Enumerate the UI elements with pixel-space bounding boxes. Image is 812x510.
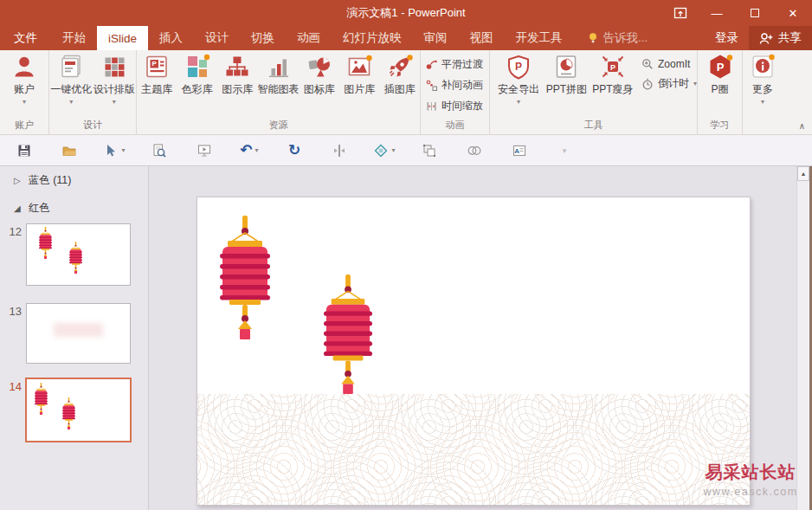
slide-thumbnail-12[interactable] [26, 223, 131, 286]
pointer-hand-icon [103, 143, 119, 158]
zoomit-button[interactable]: ZoomIt [641, 58, 697, 70]
tab-animations[interactable]: 动画 [286, 26, 332, 50]
slide-canvas[interactable] [197, 197, 751, 506]
p-hexagon-icon: P [706, 53, 734, 81]
title-bar: 演示文稿1 - PowerPoint — ✕ [0, 0, 812, 26]
icon-library-icon [306, 53, 333, 81]
vertical-scrollbar[interactable]: ▲ [796, 166, 809, 510]
time-scale-button[interactable]: 时间缩放 [426, 99, 489, 113]
share-person-icon [759, 32, 773, 45]
design-layout-button[interactable]: 设计排版 ▾ [93, 53, 135, 106]
print-preview-icon [151, 143, 167, 158]
tab-file[interactable]: 文件 [0, 26, 51, 50]
maximize-icon [751, 9, 759, 17]
shapes-icon [373, 143, 389, 158]
ribbon-group-learning: P P圈 学习 [698, 50, 743, 134]
slide-thumbnail-13[interactable] [26, 303, 131, 364]
align-center-icon [332, 143, 347, 158]
ribbon: 账户 ▾ 账户 一键优化 ▾ [0, 50, 812, 134]
color-library-button[interactable]: 色彩库 [177, 53, 218, 97]
scroll-up-button[interactable]: ▲ [797, 166, 809, 181]
theme-library-button[interactable]: P 主题库 [137, 53, 177, 97]
login-button[interactable]: 登录 [705, 26, 749, 50]
group-label-account: 账户 [0, 119, 48, 132]
merge-shapes-button[interactable] [452, 143, 497, 158]
tween-animation-button[interactable]: 补间动画 [426, 78, 489, 93]
illustration-library-button[interactable]: 插图库 [380, 53, 421, 97]
ribbon-display-options-button[interactable] [663, 0, 698, 26]
dropdown-caret-icon: ▾ [121, 147, 125, 154]
section-red[interactable]: ◢ 红色 [14, 201, 50, 216]
diagram-library-button[interactable]: 图示库 [217, 53, 258, 97]
save-button[interactable] [2, 143, 47, 158]
account-button[interactable]: 账户 ▾ [3, 53, 45, 106]
layout-grid-icon [100, 53, 128, 81]
maximize-button[interactable] [736, 0, 774, 26]
ppt-slim-icon: P [599, 53, 627, 81]
optimize-document-icon [57, 53, 85, 81]
countdown-clock-icon [641, 78, 654, 90]
start-slideshow-button[interactable] [182, 143, 227, 158]
picture-library-button[interactable]: 图片库 [339, 53, 380, 97]
dropdown-caret-icon: ▾ [23, 99, 26, 106]
section-blue-label: 蓝色 (11) [29, 173, 72, 188]
tab-slideshow[interactable]: 幻灯片放映 [332, 26, 413, 50]
minimize-button[interactable]: — [698, 0, 736, 26]
undo-button[interactable]: ↶ ▾ [227, 143, 272, 158]
tab-home[interactable]: 开始 [51, 26, 97, 50]
redo-button[interactable]: ↻ [272, 143, 317, 158]
red-lantern-icon [35, 383, 48, 415]
ppt-slim-button[interactable]: P PPT瘦身 [590, 53, 636, 97]
tell-me-box[interactable]: 告诉我... [588, 26, 648, 50]
share-button[interactable]: 共享 [749, 26, 812, 50]
safe-export-button[interactable]: P 安全导出 ▾ [493, 53, 544, 106]
qat-customize-button[interactable]: ▾ [542, 146, 587, 155]
tab-islide[interactable]: iSlide [97, 26, 148, 50]
print-preview-button[interactable] [137, 143, 182, 158]
slideshow-screen-icon [197, 143, 212, 158]
section-blue[interactable]: ▷ 蓝色 (11) [14, 173, 71, 188]
apply-format-button[interactable]: ▾ [92, 143, 137, 158]
window-controls: — ✕ [663, 0, 812, 26]
text-box-button[interactable]: A [497, 143, 542, 158]
icon-library-button[interactable]: 图标库 [300, 53, 340, 97]
watermark-brand: 易采站长站 [694, 461, 807, 484]
red-lantern-shape[interactable] [324, 274, 372, 394]
cloud-wave-pattern [197, 394, 751, 506]
tab-view[interactable]: 视图 [459, 26, 505, 50]
red-lantern-shape[interactable] [220, 216, 270, 339]
smooth-transition-button[interactable]: 平滑过渡 [426, 57, 489, 72]
red-lantern-icon [62, 397, 75, 429]
slide-number: 12 [0, 225, 22, 238]
group-objects-icon [422, 143, 437, 158]
open-button[interactable] [47, 143, 92, 158]
shape-format-button[interactable]: ▾ [362, 143, 407, 158]
align-objects-button[interactable] [317, 143, 362, 158]
ppt-puzzle-button[interactable]: PPT拼图 [544, 53, 590, 97]
collapse-ribbon-button[interactable]: ∧ [799, 121, 805, 131]
ribbon-group-animation: 平滑过渡 补间动画 [421, 50, 490, 134]
group-objects-button[interactable] [407, 143, 452, 158]
tab-design[interactable]: 设计 [194, 26, 240, 50]
shield-p-icon: P [505, 53, 532, 81]
slide-thumbnail-14-selected[interactable] [25, 378, 132, 442]
slide-number: 13 [0, 305, 22, 318]
group-label-resources: 资源 [137, 119, 420, 132]
tab-insert[interactable]: 插入 [148, 26, 194, 50]
tab-developer[interactable]: 开发工具 [505, 26, 574, 50]
rocket-icon [386, 53, 414, 81]
more-button[interactable]: 更多 ▾ [743, 53, 783, 106]
svg-text:P: P [152, 60, 158, 68]
tab-transitions[interactable]: 切换 [240, 26, 286, 50]
tab-review[interactable]: 审阅 [413, 26, 459, 50]
close-button[interactable]: ✕ [774, 0, 812, 26]
quick-access-toolbar: ▾ ↶ ▾ ↻ [0, 134, 812, 166]
svg-text:P: P [610, 63, 615, 72]
theme-library-icon: P [143, 53, 171, 81]
tween-animation-icon [426, 80, 437, 91]
countdown-button[interactable]: 倒计时 ▾ [641, 76, 697, 91]
smart-chart-button[interactable]: 智能图表 [258, 53, 300, 97]
p-circle-button[interactable]: P P圈 [699, 53, 741, 97]
watermark-url: www.easck.com [694, 486, 807, 498]
one-click-optimize-button[interactable]: 一键优化 ▾ [50, 53, 92, 106]
